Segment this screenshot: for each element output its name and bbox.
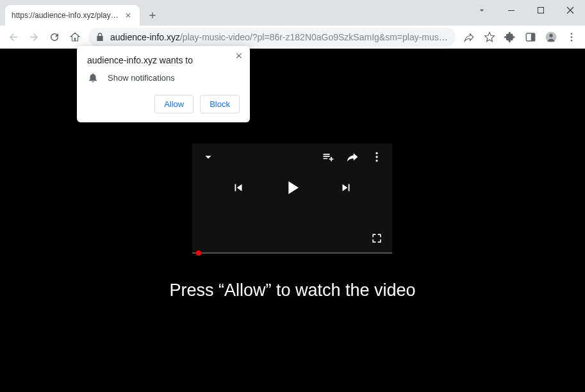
browser-toolbar: audience-info.xyz/play-music-video/?pl=8… <box>0 26 585 49</box>
tab-search-button[interactable] <box>467 5 497 15</box>
skip-next-button[interactable] <box>339 181 353 195</box>
popup-close-button[interactable] <box>233 50 245 61</box>
extensions-icon <box>504 31 516 43</box>
close-icon <box>124 12 132 19</box>
home-button[interactable] <box>65 28 85 47</box>
svg-rect-1 <box>538 8 544 13</box>
video-player <box>192 143 392 254</box>
sidepanel-icon <box>525 31 536 43</box>
bookmark-button[interactable] <box>480 28 499 47</box>
maximize-button[interactable] <box>526 0 556 20</box>
menu-button[interactable] <box>562 28 581 47</box>
reload-icon <box>49 31 60 43</box>
minimize-icon <box>507 6 515 14</box>
svg-rect-3 <box>531 33 535 41</box>
share-icon <box>346 151 359 163</box>
forward-button[interactable] <box>24 28 44 47</box>
forward-icon <box>28 31 40 43</box>
svg-point-6 <box>571 33 573 35</box>
more-vert-icon <box>566 31 577 43</box>
progress-thumb[interactable] <box>196 250 201 256</box>
chevron-down-icon <box>201 150 215 164</box>
progress-bar[interactable] <box>192 252 392 254</box>
lock-icon <box>95 32 105 42</box>
fullscreen-button[interactable] <box>370 232 383 245</box>
more-vert-icon <box>370 151 383 163</box>
bell-icon <box>87 72 99 83</box>
svg-point-5 <box>549 33 552 37</box>
share-button[interactable] <box>346 151 359 163</box>
skip-next-icon <box>339 181 353 195</box>
svg-point-11 <box>375 159 377 161</box>
fullscreen-icon <box>370 232 383 245</box>
url-domain: audience-info.xyz <box>110 32 180 42</box>
tab-title: https://audience-info.xyz/play-m <box>12 11 119 20</box>
svg-point-8 <box>571 39 573 41</box>
url-path: /play-music-video/?pl=86r-z182N0aGo9SzkS… <box>180 32 449 42</box>
svg-rect-0 <box>508 10 515 11</box>
extensions-button[interactable] <box>500 28 520 47</box>
url-text: audience-info.xyz/play-music-video/?pl=8… <box>110 32 449 42</box>
back-button[interactable] <box>4 28 23 47</box>
svg-point-9 <box>375 152 377 154</box>
back-icon <box>8 31 19 43</box>
close-icon <box>566 6 574 14</box>
maximize-icon <box>537 6 545 14</box>
plus-icon <box>147 10 158 20</box>
play-icon <box>281 177 303 199</box>
close-window-button[interactable] <box>556 0 585 20</box>
share-url-button[interactable] <box>459 28 479 47</box>
profile-button[interactable] <box>541 28 561 47</box>
browser-tab[interactable]: https://audience-info.xyz/play-m <box>5 5 140 26</box>
playlist-add-icon <box>322 151 334 163</box>
player-more-button[interactable] <box>370 151 383 163</box>
address-bar[interactable]: audience-info.xyz/play-music-video/?pl=8… <box>88 28 456 47</box>
play-button[interactable] <box>281 177 303 199</box>
svg-point-10 <box>375 156 377 158</box>
skip-previous-icon <box>231 181 245 195</box>
popup-title: audience-info.xyz wants to <box>87 55 240 65</box>
svg-point-7 <box>571 36 573 38</box>
sidepanel-button[interactable] <box>521 28 540 47</box>
star-icon <box>484 31 495 43</box>
allow-button[interactable]: Allow <box>154 95 194 113</box>
profile-icon <box>545 31 557 44</box>
reload-button[interactable] <box>45 28 64 47</box>
playlist-add-button[interactable] <box>322 151 334 163</box>
share-url-icon <box>463 31 475 43</box>
skip-previous-button[interactable] <box>231 181 245 195</box>
window-controls <box>467 0 585 20</box>
chevron-down-icon <box>477 5 487 15</box>
close-tab-button[interactable] <box>123 10 133 20</box>
new-tab-button[interactable] <box>144 6 161 24</box>
notification-permission-popup: audience-info.xyz wants to Show notifica… <box>77 46 250 122</box>
page-prompt-text: Press “Allow” to watch the video <box>0 281 585 300</box>
home-icon <box>69 31 81 43</box>
popup-permission-label: Show notifications <box>108 73 175 83</box>
collapse-button[interactable] <box>201 150 215 164</box>
close-icon <box>235 51 243 60</box>
minimize-button[interactable] <box>497 0 526 20</box>
block-button[interactable]: Block <box>200 95 240 113</box>
